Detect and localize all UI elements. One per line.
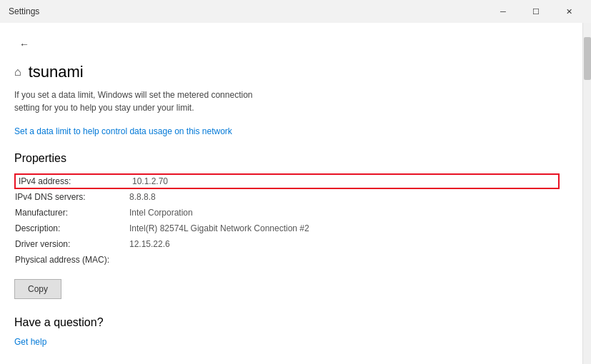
property-row-5: Physical address (MAC): — [15, 252, 559, 268]
properties-table: IPv4 address:10.1.2.70IPv4 DNS servers:8… — [14, 173, 560, 268]
property-value-4: 12.15.22.6 — [129, 236, 559, 252]
scrollbar-track[interactable] — [582, 23, 591, 364]
property-label-0: IPv4 address: — [15, 174, 129, 188]
property-label-3: Description: — [15, 221, 129, 236]
page-title-row: ⌂ tsunami — [14, 63, 560, 81]
copy-button[interactable]: Copy — [14, 279, 61, 299]
page-title: tsunami — [29, 63, 84, 81]
maximize-button[interactable]: ☐ — [520, 0, 552, 23]
property-label-5: Physical address (MAC): — [15, 252, 129, 268]
description-text: If you set a data limit, Windows will se… — [14, 89, 272, 114]
nav-row: ← — [14, 34, 560, 54]
content-area: ← ⌂ tsunami If you set a data limit, Win… — [0, 23, 591, 364]
property-value-1: 8.8.8.8 — [129, 188, 559, 205]
titlebar-controls: ─ ☐ ✕ — [487, 0, 585, 23]
titlebar: Settings ─ ☐ ✕ — [0, 0, 591, 23]
property-value-3: Intel(R) 82574L Gigabit Network Connecti… — [129, 221, 559, 236]
home-icon: ⌂ — [14, 66, 21, 79]
property-value-0: 10.1.2.70 — [129, 174, 559, 188]
faq-title: Have a question? — [14, 316, 560, 329]
property-row-2: Manufacturer:Intel Corporation — [15, 205, 559, 221]
property-label-4: Driver version: — [15, 236, 129, 252]
property-row-4: Driver version:12.15.22.6 — [15, 236, 559, 252]
minimize-button[interactable]: ─ — [487, 0, 520, 23]
get-help-link[interactable]: Get help — [14, 337, 46, 347]
property-label-2: Manufacturer: — [15, 205, 129, 221]
property-row-1: IPv4 DNS servers:8.8.8.8 — [15, 188, 559, 205]
back-button[interactable]: ← — [14, 34, 34, 54]
property-label-1: IPv4 DNS servers: — [15, 188, 129, 205]
property-value-2: Intel Corporation — [129, 205, 559, 221]
close-button[interactable]: ✕ — [552, 0, 585, 23]
property-value-5 — [129, 252, 559, 268]
properties-section-title: Properties — [14, 152, 560, 165]
main-panel: ← ⌂ tsunami If you set a data limit, Win… — [0, 23, 582, 364]
property-row-0: IPv4 address:10.1.2.70 — [15, 174, 559, 188]
data-limit-link[interactable]: Set a data limit to help control data us… — [14, 126, 232, 136]
scrollbar-thumb — [584, 37, 591, 80]
titlebar-title: Settings — [9, 6, 487, 16]
property-row-3: Description:Intel(R) 82574L Gigabit Netw… — [15, 221, 559, 236]
